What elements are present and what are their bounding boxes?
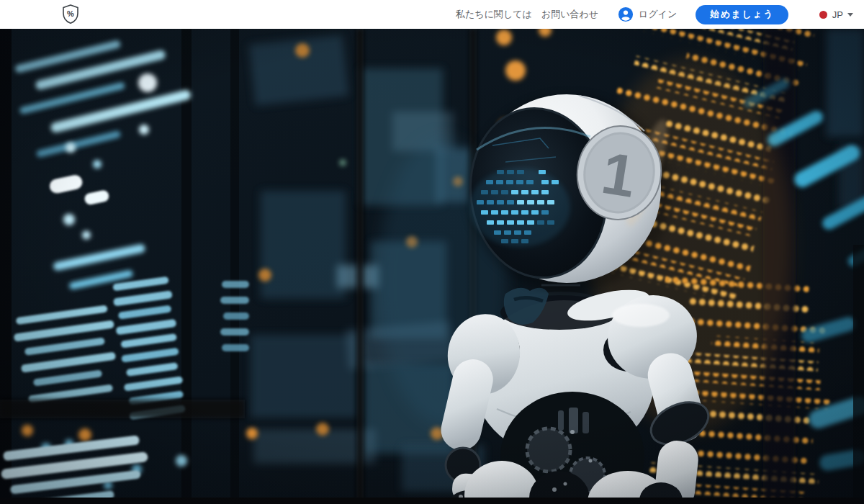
top-navigation-bar: % 私たちに関しては お問い合わせ ログイン 始めましょう JP [0, 0, 864, 29]
chevron-down-icon [847, 13, 853, 17]
japan-flag-dot-icon [819, 11, 827, 19]
header-actions: 私たちに関しては お問い合わせ ログイン 始めましょう JP [456, 0, 864, 29]
hero-image: 1 [0, 29, 864, 504]
user-circle-icon [618, 6, 634, 22]
nav-link-contact[interactable]: お問い合わせ [541, 8, 598, 21]
landing-page: % 私たちに関しては お問い合わせ ログイン 始めましょう JP [0, 0, 864, 504]
language-selector[interactable]: JP [819, 9, 853, 20]
language-code: JP [832, 9, 843, 20]
login-link[interactable]: ログイン [618, 6, 677, 22]
login-label: ログイン [639, 8, 677, 21]
logo-link[interactable]: % [61, 4, 80, 24]
shield-percent-icon: % [61, 4, 80, 24]
get-started-button[interactable]: 始めましょう [696, 5, 788, 24]
logo-glyph: % [67, 9, 74, 18]
nav-link-about[interactable]: 私たちに関しては [456, 8, 532, 21]
hero-illustration: 1 [0, 29, 864, 504]
